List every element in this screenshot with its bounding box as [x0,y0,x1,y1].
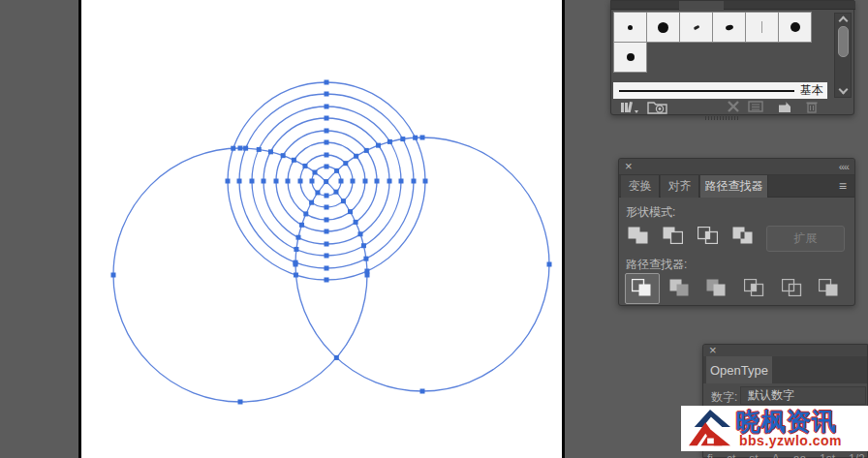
anchor-point[interactable] [226,179,231,184]
scroll-up-icon[interactable] [839,16,849,26]
shape-mode-intersect-button[interactable] [698,227,719,248]
anchor-point[interactable] [325,105,329,109]
anchor-point[interactable] [237,179,242,184]
anchor-point[interactable] [343,161,348,166]
anchor-point[interactable] [281,153,286,158]
anchor-point[interactable] [325,266,329,271]
close-icon[interactable]: × [709,345,717,356]
pathfinder-crop-button[interactable] [744,279,765,300]
anchor-point[interactable] [388,139,392,144]
tab-pathfinder[interactable]: 路径查找器 [700,175,768,198]
new-brush-icon[interactable] [776,99,793,114]
anchor-point[interactable] [358,231,363,236]
anchor-point[interactable] [375,179,380,184]
anchor-point[interactable] [325,153,329,158]
anchor-point[interactable] [286,179,291,184]
panel-drag-handle[interactable] [705,115,748,120]
brush-swatch-dot[interactable] [614,43,646,72]
pathfinder-trim-button[interactable] [669,279,691,300]
brush-swatch-dot[interactable] [614,13,646,42]
close-icon[interactable]: × [625,159,633,174]
scroll-down-icon[interactable] [839,85,849,95]
anchor-point[interactable] [420,136,425,140]
anchor-point[interactable] [334,168,339,173]
anchor-point[interactable] [325,278,329,283]
anchor-point[interactable] [325,92,329,97]
anchor-point[interactable] [412,179,417,184]
anchor-point[interactable] [310,179,315,184]
anchor-point[interactable] [363,257,368,261]
anchor-point[interactable] [325,254,329,259]
collapse-panel-icon[interactable]: «« [839,159,849,174]
anchor-point[interactable] [388,179,392,184]
opentype-feature-button[interactable]: ct [727,452,735,458]
brush-swatch-vline[interactable] [746,13,778,42]
anchor-point[interactable] [294,247,298,252]
tab-align[interactable]: 对齐 [661,175,699,198]
anchor-point[interactable] [274,179,279,184]
anchor-point[interactable] [238,400,243,405]
shape-mode-unite-button[interactable] [628,227,649,248]
tab-opentype[interactable]: OpenType [706,356,772,383]
pathfinder-minus-back-button[interactable] [819,279,840,300]
opentype-feature-buttons[interactable]: fictstAaa1st1/2 [707,452,866,458]
anchor-point[interactable] [400,137,405,141]
cc-libraries-icon[interactable] [646,99,667,114]
anchor-point[interactable] [361,243,366,248]
anchor-point[interactable] [325,242,329,247]
anchor-point[interactable] [354,220,358,225]
pathfinder-outline-button[interactable] [782,279,803,300]
anchor-point[interactable] [250,179,255,184]
anchor-point[interactable] [243,146,248,151]
anchor-point[interactable] [547,262,552,267]
anchor-point[interactable] [364,148,369,153]
shape-mode-minus-front-button[interactable] [663,227,684,248]
anchor-point[interactable] [238,146,243,151]
anchor-point[interactable] [399,179,404,184]
brush-libraries-menu-icon[interactable] [619,99,640,114]
scrollbar-thumb[interactable] [838,26,849,57]
anchor-point[interactable] [315,190,320,195]
anchor-point[interactable] [325,80,329,85]
anchor-point[interactable] [325,194,329,198]
anchor-point[interactable] [333,190,338,195]
opentype-feature-button[interactable]: fi [707,452,713,458]
anchor-point[interactable] [325,229,329,234]
anchor-point[interactable] [325,140,329,145]
anchor-point[interactable] [268,149,273,154]
anchor-point[interactable] [325,218,329,223]
anchor-point[interactable] [294,273,298,278]
opentype-feature-button[interactable]: 1st [820,452,835,458]
panel-menu-icon[interactable]: ≡ [839,178,847,194]
anchor-point[interactable] [262,179,266,184]
expand-button[interactable]: 扩展 [766,226,845,252]
figure-select[interactable]: 默认数字 [740,386,866,405]
pathfinder-divide-button[interactable] [632,279,653,300]
brush-swatch-dot[interactable] [779,13,811,42]
anchor-point[interactable] [413,136,418,140]
anchor-point[interactable] [303,211,308,216]
brushes-scrollbar[interactable] [834,13,852,98]
brush-swatch-dot[interactable] [647,13,679,42]
shape-mode-exclude-button[interactable] [732,227,754,248]
brush-swatch-tick[interactable] [680,13,712,42]
anchor-point[interactable] [324,179,328,184]
opentype-feature-button[interactable]: 1/2 [849,452,865,458]
anchor-point[interactable] [231,146,235,151]
anchor-point[interactable] [257,147,262,152]
anchor-point[interactable] [420,389,425,394]
anchor-point[interactable] [376,143,381,148]
tab-transform[interactable]: 变换 [621,175,660,198]
circle-path[interactable] [295,137,549,391]
anchor-point[interactable] [309,200,314,205]
pathfinder-merge-button[interactable] [706,279,728,300]
anchor-point[interactable] [348,209,353,214]
anchor-point[interactable] [341,198,346,203]
brush-swatch-oval[interactable] [713,13,745,42]
anchor-point[interactable] [325,116,329,121]
anchor-point[interactable] [325,165,329,169]
opentype-feature-button[interactable]: A [772,452,780,458]
artboard[interactable] [81,0,562,458]
brush-item-basic[interactable]: 基本 [613,82,827,99]
anchor-point[interactable] [292,158,296,163]
